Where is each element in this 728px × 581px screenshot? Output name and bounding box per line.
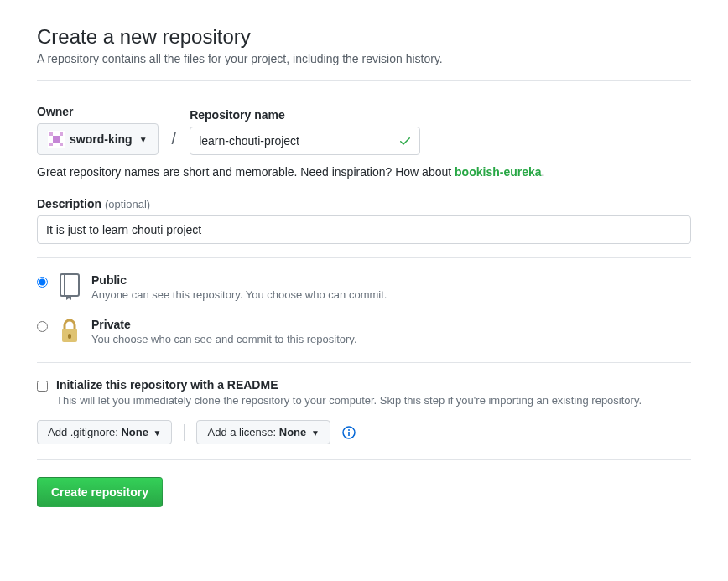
avatar-icon [48,131,65,148]
readme-title: Initialize this repository with a README [56,378,642,392]
owner-username: sword-king [70,132,133,146]
info-icon[interactable] [342,426,356,439]
owner-label: Owner [37,105,159,118]
gitignore-dropdown[interactable]: Add .gitignore: None ▼ [37,420,172,444]
repo-public-icon [58,273,81,300]
divider [37,80,691,81]
readme-checkbox[interactable] [37,381,48,392]
divider [37,459,691,460]
svg-rect-1 [49,132,53,136]
page-title: Create a new repository [37,25,691,49]
repo-name-input[interactable] [190,127,420,155]
public-desc: Anyone can see this repository. You choo… [91,288,387,301]
caret-down-icon: ▼ [153,428,162,438]
private-title: Private [91,318,357,331]
description-input[interactable] [37,215,691,244]
public-title: Public [91,273,387,287]
caret-down-icon: ▼ [311,428,320,438]
lock-icon [58,318,81,345]
public-radio[interactable] [37,277,48,288]
license-dropdown[interactable]: Add a license: None ▼ [196,420,330,444]
svg-rect-2 [60,132,63,136]
svg-rect-3 [53,136,60,143]
description-label: Description [37,197,101,210]
svg-rect-12 [348,432,350,436]
owner-dropdown[interactable]: sword-king ▼ [37,123,159,155]
divider [37,362,691,363]
repo-name-label: Repository name [190,108,420,122]
create-repository-button[interactable]: Create repository [37,477,163,507]
page-subtitle: A repository contains all the files for … [37,52,691,65]
svg-point-11 [348,429,350,431]
repo-name-hint: Great repository names are short and mem… [37,165,691,179]
private-radio[interactable] [37,321,48,332]
caret-down-icon: ▼ [139,135,148,144]
check-icon [398,134,412,148]
divider [37,257,691,258]
svg-rect-6 [60,274,79,296]
vertical-separator [184,424,185,441]
optional-label: (optional) [105,198,150,210]
private-desc: You choose who can see and commit to thi… [91,333,357,345]
svg-rect-5 [60,143,63,146]
svg-rect-4 [49,143,53,146]
svg-rect-9 [68,334,71,339]
suggestion-link[interactable]: bookish-eureka [455,165,541,179]
slash-separator: / [169,129,180,155]
readme-desc: This will let you immediately clone the … [56,394,642,407]
